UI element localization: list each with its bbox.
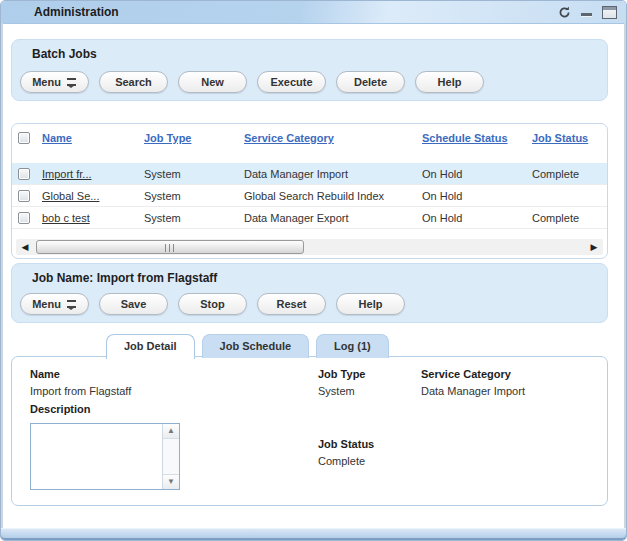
minimize-icon[interactable] xyxy=(581,6,592,18)
tab-job-schedule[interactable]: Job Schedule xyxy=(202,334,310,358)
description-label: Description xyxy=(30,403,91,415)
jobs-table-header: Name Job Type Service Category Schedule … xyxy=(12,124,607,152)
scroll-down-arrow-icon[interactable]: ▼ xyxy=(163,474,179,489)
job-type-cell: System xyxy=(144,190,244,202)
execute-button[interactable]: Execute xyxy=(257,71,326,93)
delete-button[interactable]: Delete xyxy=(336,71,405,93)
tab-log[interactable]: Log (1) xyxy=(316,334,389,358)
job-status-value: Complete xyxy=(318,455,365,467)
job-detail-panel: Name Import from Flagstaff Description ▲… xyxy=(11,356,608,506)
schedule-status-cell: On Hold xyxy=(422,212,532,224)
titlebar-icons xyxy=(558,5,617,19)
batch-jobs-button-row: Menu Search New Execute Delete Help xyxy=(20,71,484,93)
scroll-left-arrow-icon[interactable]: ◀ xyxy=(18,240,32,254)
scroll-right-arrow-icon[interactable]: ▶ xyxy=(587,240,601,254)
column-header-name[interactable]: Name xyxy=(42,132,144,144)
service-category-label: Service Category xyxy=(421,368,511,380)
table-row[interactable]: Import fr... System Data Manager Import … xyxy=(12,163,607,185)
description-scrollbar[interactable]: ▲ ▼ xyxy=(162,424,179,489)
description-textarea[interactable] xyxy=(31,424,163,489)
help-button[interactable]: Help xyxy=(415,71,484,93)
window-right-border xyxy=(624,23,626,529)
job-status-cell: Complete xyxy=(532,168,607,180)
job-name-link[interactable]: Import fr... xyxy=(42,168,138,180)
column-header-job-type[interactable]: Job Type xyxy=(144,132,244,144)
job-panel-button-row: Menu Save Stop Reset Help xyxy=(20,293,405,315)
job-name-link[interactable]: Global Se... xyxy=(42,190,138,202)
menu-dropdown-icon xyxy=(66,77,77,87)
job-type-value: System xyxy=(318,385,355,397)
reset-button[interactable]: Reset xyxy=(257,293,326,315)
detail-tabs: Job Detail Job Schedule Log (1) xyxy=(106,334,389,359)
jobs-table: Name Job Type Service Category Schedule … xyxy=(11,123,608,259)
description-field: ▲ ▼ xyxy=(30,423,180,490)
table-row[interactable]: Global Se... System Global Search Rebuil… xyxy=(12,185,607,207)
scroll-up-arrow-icon[interactable]: ▲ xyxy=(163,424,179,439)
row-checkbox[interactable] xyxy=(18,212,30,224)
menu-dropdown-icon xyxy=(66,299,77,309)
row-checkbox[interactable] xyxy=(18,190,30,202)
titlebar: Administration xyxy=(1,1,626,24)
window-bottom-frame xyxy=(1,528,626,540)
refresh-icon[interactable] xyxy=(558,6,571,19)
service-category-cell: Data Manager Export xyxy=(244,212,422,224)
help-button[interactable]: Help xyxy=(336,293,405,315)
table-row[interactable]: bob c test System Data Manager Export On… xyxy=(12,207,607,229)
job-type-cell: System xyxy=(144,212,244,224)
stop-button[interactable]: Stop xyxy=(178,293,247,315)
maximize-icon[interactable] xyxy=(602,6,617,19)
table-header-spacer xyxy=(12,152,607,163)
window-left-border xyxy=(1,23,3,529)
batch-jobs-panel: Batch Jobs Menu Search New Execute Delet… xyxy=(11,39,608,101)
job-status-label: Job Status xyxy=(318,438,374,450)
job-status-cell: Complete xyxy=(532,212,607,224)
schedule-status-cell: On Hold xyxy=(422,168,532,180)
administration-window: Administration Batch Jobs Menu Search Ne… xyxy=(0,0,627,541)
horizontal-scrollbar[interactable]: ◀ ▶ xyxy=(16,239,603,255)
service-category-value: Data Manager Import xyxy=(421,385,525,397)
job-type-label: Job Type xyxy=(318,368,365,380)
new-button[interactable]: New xyxy=(178,71,247,93)
window-title: Administration xyxy=(34,5,119,19)
menu-button-label: Menu xyxy=(32,298,61,310)
job-name-panel: Job Name: Import from Flagstaff Menu Sav… xyxy=(11,263,608,323)
menu-button[interactable]: Menu xyxy=(20,293,89,315)
column-header-job-status[interactable]: Job Status xyxy=(532,132,607,144)
select-all-checkbox[interactable] xyxy=(18,132,30,144)
service-category-cell: Global Search Rebuild Index xyxy=(244,190,422,202)
column-header-schedule-status[interactable]: Schedule Status xyxy=(422,132,532,144)
service-category-cell: Data Manager Import xyxy=(244,168,422,180)
schedule-status-cell: On Hold xyxy=(422,190,532,202)
row-checkbox[interactable] xyxy=(18,168,30,180)
batch-jobs-title: Batch Jobs xyxy=(32,47,97,61)
name-label: Name xyxy=(30,368,60,380)
column-header-service-category[interactable]: Service Category xyxy=(244,132,422,144)
scrollbar-grip-icon xyxy=(165,244,176,252)
tab-job-detail[interactable]: Job Detail xyxy=(106,334,195,359)
search-button[interactable]: Search xyxy=(99,71,168,93)
menu-button-label: Menu xyxy=(32,76,61,88)
save-button[interactable]: Save xyxy=(99,293,168,315)
job-name-panel-title: Job Name: Import from Flagstaff xyxy=(32,271,217,285)
scrollbar-thumb[interactable] xyxy=(36,240,304,254)
name-value: Import from Flagstaff xyxy=(30,385,131,397)
job-type-cell: System xyxy=(144,168,244,180)
menu-button[interactable]: Menu xyxy=(20,71,89,93)
job-name-link[interactable]: bob c test xyxy=(42,212,138,224)
